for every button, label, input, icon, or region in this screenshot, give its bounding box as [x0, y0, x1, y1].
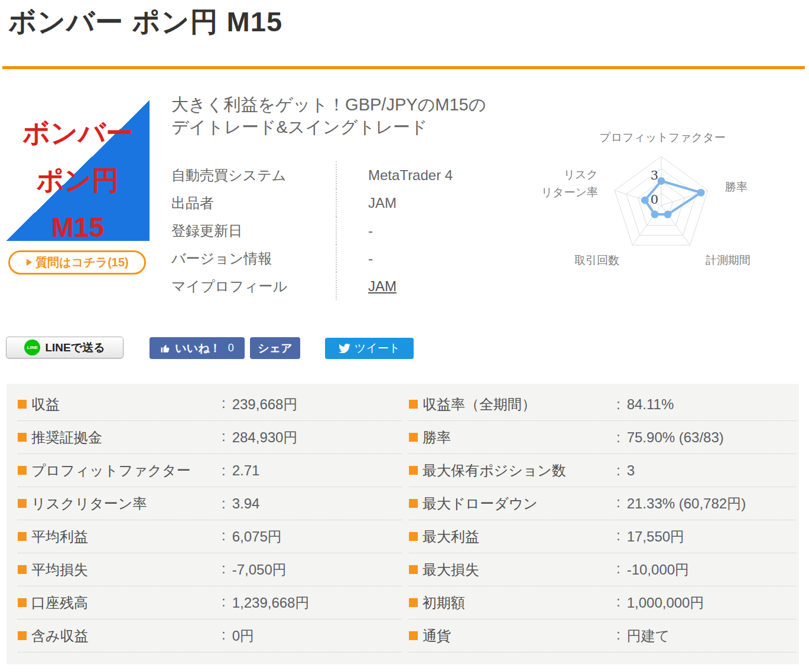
info-row: 自動売買システム MetaTrader 4 — [171, 161, 526, 189]
line-share-button[interactable]: LINE LINEで送る — [6, 337, 124, 358]
bullet-icon — [409, 565, 418, 574]
stat-row-unrealized: 含み収益:0円 — [18, 619, 402, 653]
info-label: 自動売買システム — [171, 166, 336, 185]
info-value: JAM — [336, 272, 397, 300]
bullet-icon — [18, 466, 27, 475]
bullet-icon — [409, 598, 418, 607]
stat-row-win-rate: 勝率:75.90% (63/83) — [409, 421, 796, 454]
bullet-icon — [18, 433, 27, 442]
info-row: バージョン情報 - — [171, 244, 526, 272]
stat-row-risk-return: リスクリターン率:3.94 — [18, 487, 402, 520]
stats-column-left: 収益:239,668円 推奨証拠金:284,930円 プロフィットファクター:2… — [18, 388, 402, 653]
stat-row-initial-deposit: 初期額:1,000,000円 — [409, 586, 796, 619]
radar-label-profit-factor: プロフィットファクター — [599, 131, 725, 143]
info-label: マイプロフィール — [171, 277, 336, 296]
share-label: シェア — [258, 341, 292, 356]
facebook-like-button[interactable]: いいね！ 0 — [150, 337, 245, 359]
question-button-label: 質問はコチラ(15) — [35, 255, 128, 270]
stat-row-max-profit: 最大利益:17,550円 — [409, 520, 796, 553]
radar-grid — [615, 156, 708, 245]
info-value: MetaTrader 4 — [336, 161, 453, 189]
radar-label-win-rate: 勝率 — [725, 181, 748, 193]
info-value: - — [336, 244, 373, 272]
bullet-icon — [18, 565, 27, 574]
radar-label-trade-count: 取引回数 — [574, 254, 619, 266]
tweet-label: ツイート — [355, 341, 400, 356]
info-row: マイプロフィール JAM — [171, 272, 526, 300]
bullet-icon — [409, 466, 418, 475]
stat-row-currency: 通貨:円建て — [409, 619, 796, 653]
performance-stats-panel: 収益:239,668円 推奨証拠金:284,930円 プロフィットファクター:2… — [7, 384, 799, 664]
like-count: 0 — [228, 342, 234, 354]
twitter-bird-icon — [339, 342, 350, 354]
bullet-icon — [18, 400, 27, 409]
product-image-text: ボンバー — [6, 109, 150, 156]
info-value: JAM — [336, 189, 397, 217]
bullet-icon — [18, 532, 27, 541]
product-image-text: M15 — [6, 204, 150, 251]
radar-chart: 3 0 プロフィットファクター 勝率 リスク リターン率 取引回数 計測期間 — [526, 115, 804, 292]
info-label: 出品者 — [171, 194, 336, 213]
bullet-icon — [409, 400, 418, 409]
line-icon: LINE — [24, 340, 40, 355]
page-title: ボンバー ポン円 M15 — [8, 4, 282, 41]
radar-tick-3: 3 — [651, 168, 658, 182]
radar-tick-0: 0 — [651, 193, 658, 207]
bullet-icon — [18, 598, 27, 607]
stat-row-return-rate: 収益率（全期間）:84.11% — [409, 388, 796, 421]
info-row: 出品者 JAM — [171, 189, 526, 217]
question-button[interactable]: ▶ 質問はコチラ(15) — [8, 250, 146, 275]
stats-column-right: 収益率（全期間）:84.11% 勝率:75.90% (63/83) 最大保有ポジ… — [409, 388, 796, 653]
product-info-list: 自動売買システム MetaTrader 4 出品者 JAM 登録更新日 - バー… — [171, 161, 526, 300]
bullet-icon — [18, 499, 27, 508]
info-label: バージョン情報 — [171, 249, 336, 268]
stat-row-max-loss: 最大損失:-10,000円 — [409, 553, 796, 586]
line-share-label: LINEで送る — [45, 340, 105, 355]
stat-row-avg-profit: 平均利益:6,075円 — [18, 520, 402, 553]
product-thumbnail: ボンバー ポン円 M15 — [6, 100, 150, 241]
title-underline — [2, 66, 805, 69]
product-image-text: ポン円 — [6, 156, 150, 204]
radar-label-risk-return-1: リスク — [564, 168, 598, 181]
bullet-icon — [409, 631, 418, 640]
arrow-right-icon: ▶ — [25, 257, 33, 268]
radar-label-risk-return-2: リターン率 — [541, 186, 598, 198]
stat-row-shueki: 収益:239,668円 — [18, 388, 402, 421]
info-value: - — [336, 217, 373, 244]
stat-row-profit-factor: プロフィットファクター:2.71 — [18, 454, 402, 487]
bullet-icon — [18, 631, 27, 640]
stat-row-margin: 推奨証拠金:284,930円 — [18, 421, 402, 454]
seller-profile-link[interactable]: JAM — [368, 278, 397, 295]
bullet-icon — [409, 499, 418, 508]
bullet-icon — [409, 433, 418, 442]
info-label: 登録更新日 — [171, 221, 336, 240]
stat-row-avg-loss: 平均損失:-7,050円 — [18, 553, 402, 586]
stat-row-max-drawdown: 最大ドローダウン:21.33% (60,782円) — [409, 487, 796, 520]
stat-row-max-positions: 最大保有ポジション数:3 — [409, 454, 796, 487]
like-label: いいね！ — [175, 341, 220, 356]
stat-row-balance: 口座残高:1,239,668円 — [18, 586, 402, 619]
product-headline: 大きく利益をゲット！GBP/JPYのM15の デイトレード&スイングトレード — [171, 93, 486, 138]
bullet-icon — [409, 532, 418, 541]
thumbs-up-icon — [160, 343, 171, 354]
radar-label-period: 計測期間 — [706, 254, 750, 266]
info-row: 登録更新日 - — [171, 217, 526, 244]
facebook-share-button[interactable]: シェア — [250, 337, 300, 359]
tweet-button[interactable]: ツイート — [325, 338, 414, 359]
